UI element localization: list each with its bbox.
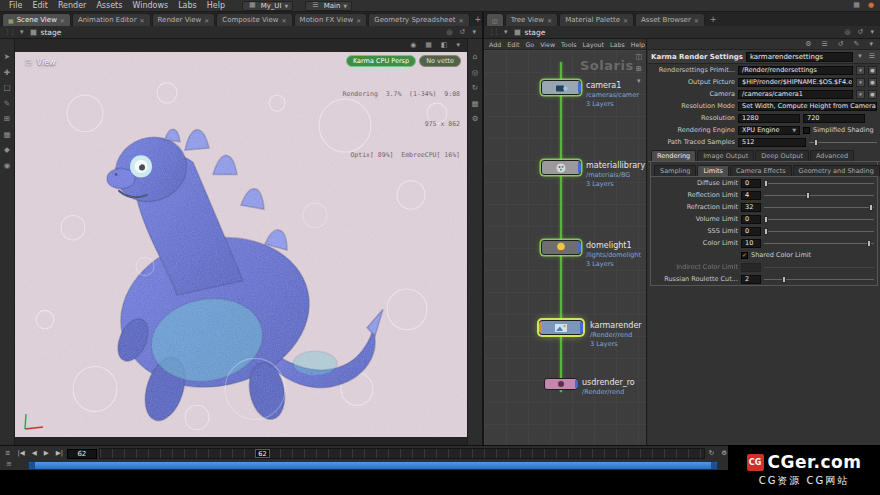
tumble-icon[interactable]: ↻ bbox=[472, 84, 478, 92]
param-menu-icon[interactable]: ☰ bbox=[867, 53, 877, 60]
tab-composite-view[interactable]: Composite View✕ bbox=[216, 13, 292, 26]
russian-roulette-slider[interactable] bbox=[764, 275, 874, 284]
tab-deep-output[interactable]: Deep Output bbox=[755, 150, 809, 161]
menu-file[interactable]: File bbox=[4, 1, 27, 10]
node-materiallibrary[interactable] bbox=[541, 160, 581, 175]
camera-badge[interactable]: No vette bbox=[419, 55, 461, 67]
subtab-geometry-shading[interactable]: Geometry and Shading bbox=[793, 165, 880, 176]
node-chooser-button[interactable]: ▾ bbox=[856, 90, 865, 99]
play-icon[interactable]: ▶ bbox=[42, 450, 51, 457]
playhead[interactable]: 62 bbox=[255, 449, 270, 458]
box-select-icon[interactable]: □ bbox=[3, 84, 10, 92]
overview-icon[interactable]: ◫ bbox=[633, 54, 644, 61]
net-menu-edit[interactable]: Edit bbox=[504, 41, 522, 48]
view-menu[interactable]: ◳ View bbox=[23, 58, 56, 67]
subtab-limits[interactable]: Limits bbox=[697, 165, 729, 176]
tab-animation-editor[interactable]: Animation Editor✕ bbox=[72, 13, 151, 26]
drag-handle-icon[interactable]: ⋮⋮ bbox=[488, 28, 498, 36]
net-menu-go[interactable]: Go bbox=[522, 41, 537, 48]
move-icon[interactable]: ✚ bbox=[4, 69, 10, 77]
render-viewport[interactable]: ◳ View Karma CPU Persp No vette Renderin… bbox=[15, 52, 467, 437]
close-tab-icon[interactable]: ✕ bbox=[694, 17, 699, 24]
render-flag[interactable] bbox=[539, 322, 542, 333]
volume-limit-slider[interactable] bbox=[764, 215, 874, 224]
tab-motion-fx-view[interactable]: Motion FX View✕ bbox=[294, 13, 368, 26]
snapshot-icon[interactable]: ◉ bbox=[408, 42, 418, 49]
grid-icon[interactable]: ▦ bbox=[3, 131, 10, 139]
net-menu-view[interactable]: View bbox=[537, 41, 558, 48]
menu-edit[interactable]: Edit bbox=[27, 1, 53, 10]
record-icon[interactable]: ● bbox=[866, 2, 876, 9]
tab-scene-view[interactable]: ▦ Scene View✕ bbox=[2, 13, 71, 26]
current-frame-field[interactable]: 62 bbox=[67, 449, 97, 459]
new-tab-button[interactable]: + bbox=[706, 15, 721, 24]
home-view-icon[interactable]: ⌂ bbox=[473, 53, 478, 61]
loop-icon[interactable]: ↻ bbox=[707, 450, 716, 457]
simplified-shading-checkbox[interactable] bbox=[803, 127, 810, 134]
grid-icon[interactable]: ▦ bbox=[423, 42, 434, 49]
snap-icon[interactable]: ⊞ bbox=[4, 115, 10, 123]
resolution-mode-dropdown[interactable]: Set Width, Compute Height from Camera▼ bbox=[738, 102, 877, 111]
engine-dropdown[interactable]: XPU Engine▼ bbox=[738, 126, 800, 135]
display-icon[interactable]: ◉ bbox=[4, 162, 11, 170]
resolution-width-input[interactable]: 1280 bbox=[738, 114, 800, 123]
close-tab-icon[interactable]: ✕ bbox=[282, 17, 287, 24]
sss-limit-input[interactable]: 0 bbox=[741, 227, 761, 236]
net-menu-help[interactable]: Help bbox=[628, 41, 647, 48]
desktop-selector[interactable]: ▦ My_UI▼ bbox=[242, 1, 293, 11]
display-flag[interactable] bbox=[580, 322, 583, 333]
step-back-icon[interactable]: ◀ bbox=[30, 450, 39, 457]
add-node-icon[interactable]: ⊞ bbox=[633, 66, 644, 73]
node-usdrender-rop[interactable] bbox=[544, 378, 578, 390]
network-canvas[interactable]: Solaris ◫⊞▾ camera1 /cameras/camer 3 Lay… bbox=[484, 50, 646, 445]
tab-render-view[interactable]: Render View✕ bbox=[152, 13, 216, 26]
select-icon[interactable]: ➤ bbox=[4, 53, 10, 61]
samples-slider[interactable] bbox=[809, 138, 877, 147]
subtab-sampling[interactable]: Sampling bbox=[654, 165, 696, 176]
node-name-field[interactable]: karmarendersettings bbox=[746, 52, 853, 62]
view-settings-icon[interactable]: ⚙ bbox=[472, 115, 479, 123]
subtab-camera-effects[interactable]: Camera Effects bbox=[730, 165, 792, 176]
chevron-down-icon[interactable]: ▾ bbox=[502, 29, 510, 36]
close-tab-icon[interactable]: ✕ bbox=[204, 17, 209, 24]
menu-assets[interactable]: Assets bbox=[91, 1, 127, 10]
samples-input[interactable]: 512 bbox=[738, 138, 806, 147]
options-icon[interactable]: ▾ bbox=[868, 29, 876, 36]
close-tab-icon[interactable]: ✕ bbox=[458, 17, 463, 24]
range-menu-icon[interactable]: ≡ bbox=[4, 461, 14, 468]
history-icon[interactable]: ↺ bbox=[458, 29, 468, 36]
volume-limit-input[interactable]: 0 bbox=[741, 215, 761, 224]
chevron-down-icon[interactable]: ▾ bbox=[18, 29, 26, 36]
refraction-limit-slider[interactable] bbox=[764, 203, 874, 212]
playbar-range-slider[interactable] bbox=[28, 461, 718, 470]
tab-material-palette[interactable]: Material Palette✕ bbox=[559, 13, 634, 26]
menu-help[interactable]: Help bbox=[202, 1, 230, 10]
net-menu-tools[interactable]: Tools bbox=[558, 41, 580, 48]
close-tab-icon[interactable]: ✕ bbox=[623, 17, 628, 24]
menu-labs[interactable]: Labs bbox=[173, 1, 202, 10]
tab-network-editor[interactable]: ◫ bbox=[486, 13, 504, 26]
sss-limit-slider[interactable] bbox=[764, 227, 874, 236]
reflection-limit-input[interactable]: 4 bbox=[741, 191, 761, 200]
tab-asset-browser[interactable]: Asset Browser✕ bbox=[635, 13, 705, 26]
drag-handle-icon[interactable]: ⋮⋮ bbox=[4, 28, 14, 36]
refraction-limit-input[interactable]: 32 bbox=[741, 203, 761, 212]
display-flag[interactable] bbox=[578, 162, 581, 173]
browse-button[interactable]: ● bbox=[868, 78, 877, 87]
network-path[interactable]: stage bbox=[525, 28, 546, 37]
list-icon[interactable]: ☰ bbox=[819, 41, 829, 48]
timeline[interactable]: 62 bbox=[99, 448, 705, 459]
display-flag[interactable] bbox=[575, 380, 578, 388]
layout-selector[interactable]: ☰ Main▼ bbox=[305, 1, 352, 11]
playbar-menu-icon[interactable]: ≡ bbox=[3, 450, 12, 457]
frame-view-icon[interactable]: ◎ bbox=[472, 69, 479, 77]
pane-grid-icon[interactable]: ▦ bbox=[851, 2, 862, 9]
jump-start-icon[interactable]: |◀ bbox=[15, 450, 26, 457]
presets-icon[interactable]: ▾ bbox=[856, 53, 864, 60]
display-flag[interactable] bbox=[578, 82, 581, 93]
layout-icon[interactable]: ▦ bbox=[471, 100, 478, 108]
key-icon[interactable]: ◆ bbox=[4, 146, 10, 154]
tab-advanced[interactable]: Advanced bbox=[810, 150, 854, 161]
tab-geometry-spreadsheet[interactable]: Geometry Spreadsheet✕ bbox=[368, 13, 469, 26]
rendersettings-input[interactable]: /Render/rendersettings bbox=[738, 66, 853, 75]
